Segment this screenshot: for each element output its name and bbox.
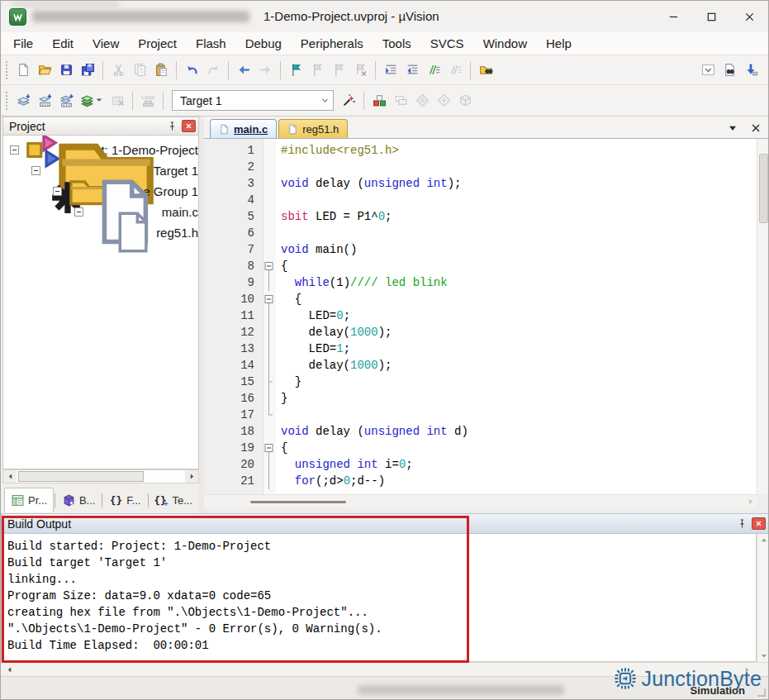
download-to-flash-button[interactable]: LOAD: [137, 90, 159, 112]
editor-tab-main-c[interactable]: main.c: [210, 119, 277, 138]
expand-toggle[interactable]: [74, 207, 83, 217]
target-select[interactable]: Target 1: [172, 90, 334, 111]
code-line-3[interactable]: 3void delay (unsigned int);: [204, 175, 757, 192]
close-build-output-button[interactable]: [752, 517, 766, 530]
scroll-thumb[interactable]: [250, 501, 346, 503]
expand-toggle[interactable]: [31, 166, 40, 175]
expand-toggle[interactable]: [53, 187, 62, 196]
project-tab[interactable]: Pr...: [4, 488, 54, 512]
fold-collapse-marker[interactable]: [263, 258, 276, 274]
scroll-thumb[interactable]: [759, 154, 768, 223]
code-line-21[interactable]: 21 for(;d>0;d--): [204, 473, 757, 489]
comment-selection-button[interactable]: [423, 60, 444, 81]
code-line-15[interactable]: 15 }: [204, 374, 757, 390]
code-line-7[interactable]: 7void main(): [204, 241, 757, 258]
start-debug-session-button[interactable]: [740, 60, 762, 81]
debug-views-button[interactable]: [697, 60, 719, 81]
code-line-19[interactable]: 19{: [204, 440, 757, 456]
multi-project-workspace-button[interactable]: [411, 90, 433, 112]
menu-tools[interactable]: Tools: [380, 35, 414, 52]
new-file-button[interactable]: [12, 60, 34, 81]
minimize-button[interactable]: [654, 1, 692, 32]
save-all-button[interactable]: [77, 60, 98, 81]
fold-collapse-marker[interactable]: [263, 440, 276, 456]
menu-window[interactable]: Window: [481, 35, 529, 52]
templates-tab[interactable]: {}+Te...: [149, 488, 198, 512]
code-line-1[interactable]: 1#include<reg51.h>: [204, 142, 757, 159]
editor-horizontal-scrollbar[interactable]: [204, 494, 757, 507]
code-line-5[interactable]: 5sbit LED = P1^0;: [204, 208, 757, 225]
close-project-panel-button[interactable]: [182, 120, 196, 132]
unindent-button[interactable]: [401, 60, 423, 81]
fold-collapse-marker[interactable]: [263, 291, 276, 307]
find-in-document-button[interactable]: [719, 60, 740, 81]
code-line-10[interactable]: 10 {: [204, 291, 757, 307]
code-line-6[interactable]: 6: [204, 225, 757, 241]
code-line-2[interactable]: 2: [204, 159, 757, 175]
paste-button[interactable]: [150, 60, 172, 81]
menu-help[interactable]: Help: [544, 35, 574, 52]
file-extensions-button[interactable]: [390, 90, 411, 112]
indent-button[interactable]: [380, 60, 401, 81]
code-line-4[interactable]: 4: [204, 192, 757, 208]
code-line-13[interactable]: 13 LED=1;: [204, 340, 757, 357]
code-line-12[interactable]: 12 delay(1000);: [204, 324, 757, 340]
code-line-16[interactable]: 16}: [204, 390, 757, 407]
pack-installer-button[interactable]: [454, 90, 476, 112]
menu-edit[interactable]: Edit: [50, 35, 76, 52]
menu-svcs[interactable]: SVCS: [428, 35, 467, 52]
options-for-target-button[interactable]: [338, 90, 359, 112]
resize-grip[interactable]: [756, 687, 767, 698]
code-line-18[interactable]: 18void delay (unsigned int d): [204, 423, 757, 440]
navigate-back-button[interactable]: [233, 60, 254, 81]
redo-button[interactable]: [202, 60, 224, 81]
menu-project[interactable]: Project: [135, 35, 179, 52]
editor-vertical-scrollbar[interactable]: [757, 139, 769, 494]
find-in-files-button[interactable]: [475, 60, 496, 81]
menu-flash[interactable]: Flash: [193, 35, 229, 52]
batch-setup-button[interactable]: [433, 90, 454, 112]
menu-file[interactable]: File: [11, 35, 36, 52]
code-line-9[interactable]: 9 while(1)//// led blink: [204, 274, 757, 291]
close-button[interactable]: [730, 1, 768, 32]
clear-bookmarks-button[interactable]: [349, 60, 371, 81]
manage-project-items-button[interactable]: [368, 90, 390, 112]
scroll-thumb[interactable]: [18, 471, 144, 482]
books-tab[interactable]: B...: [56, 488, 102, 512]
batch-build-button[interactable]: [77, 90, 107, 112]
copy-button[interactable]: [129, 60, 150, 81]
project-horizontal-scrollbar[interactable]: [2, 469, 199, 483]
scroll-left-button[interactable]: [3, 470, 17, 483]
tree-item-main-c[interactable]: main.c: [3, 202, 198, 222]
toolbar-grab-handle[interactable]: [5, 60, 9, 80]
next-bookmark-button[interactable]: [328, 60, 349, 81]
chevron-down-icon[interactable]: [316, 93, 333, 109]
undo-button[interactable]: [181, 60, 202, 81]
scroll-right-button[interactable]: [185, 470, 198, 483]
menu-view[interactable]: View: [90, 35, 121, 52]
build-button[interactable]: [34, 90, 55, 112]
pin-panel-button[interactable]: [164, 119, 179, 133]
save-button[interactable]: [55, 60, 77, 81]
navigate-forward-button[interactable]: [254, 60, 276, 81]
code-line-17[interactable]: 17: [204, 407, 757, 423]
code-line-20[interactable]: 20 unsigned int i=0;: [204, 456, 757, 473]
menu-debug[interactable]: Debug: [243, 35, 284, 52]
tab-list-button[interactable]: [727, 122, 738, 134]
code-editor[interactable]: 1#include<reg51.h>23void delay (unsigned…: [204, 139, 757, 494]
code-line-11[interactable]: 11 LED=0;: [204, 307, 757, 324]
toolbar-grab-handle[interactable]: [5, 91, 9, 111]
code-line-8[interactable]: 8{: [204, 258, 757, 274]
translate-button[interactable]: [12, 90, 34, 112]
pin-panel-button[interactable]: [734, 517, 749, 531]
stop-build-button[interactable]: [107, 90, 128, 112]
expand-toggle[interactable]: [10, 145, 19, 155]
functions-tab[interactable]: {}F...: [103, 488, 146, 512]
uncomment-selection-button[interactable]: [444, 60, 466, 81]
build-output-vertical-scrollbar[interactable]: [757, 534, 769, 662]
editor-tab-reg51-h[interactable]: reg51.h: [278, 119, 348, 138]
open-file-button[interactable]: [34, 60, 55, 81]
close-document-button[interactable]: [750, 122, 762, 134]
rebuild-all-button[interactable]: [55, 90, 77, 112]
maximize-button[interactable]: [692, 1, 730, 32]
